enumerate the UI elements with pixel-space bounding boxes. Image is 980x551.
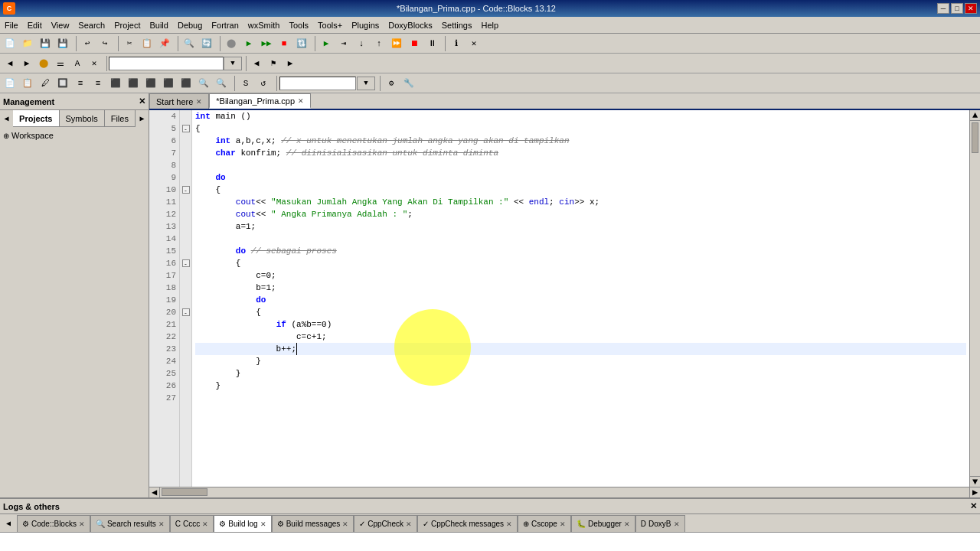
tb3-btn5[interactable]: ≡ [72,75,89,92]
logs-tab-doxyb-close[interactable]: ✕ [674,520,680,528]
logs-tab-debugger[interactable]: 🐛 Debugger ✕ [571,515,635,532]
bookmark-prev[interactable]: ◀ [248,55,265,72]
logs-tab-cppcheck-close[interactable]: ✕ [406,520,412,528]
menu-wxsmith[interactable]: wxSmith [243,17,285,33]
mgmt-next-btn[interactable]: ▶ [136,110,149,127]
build-run-btn[interactable]: ▶▶ [258,35,275,52]
menu-fortran[interactable]: Fortran [207,17,243,33]
logs-tab-cppcheckmsg[interactable]: ✓ CppCheck messages ✕ [417,515,518,532]
settings-btn[interactable]: ⚙ [383,75,400,92]
logs-tab-doxyb[interactable]: D DoxyB ✕ [635,515,685,532]
logs-tab-cppcheckmsg-close[interactable]: ✕ [506,520,512,528]
undo-button[interactable]: ↩ [79,35,96,52]
tb3-btn3[interactable]: 🖊 [37,75,54,92]
logs-tab-cppcheck[interactable]: ✓ CppCheck ✕ [354,515,417,532]
logs-tab-cccc-close[interactable]: ✕ [202,520,208,528]
fold-5[interactable]: - [180,122,191,135]
logs-tab-searchresults[interactable]: 🔍 Search results ✕ [90,515,170,532]
logs-tab-cscope[interactable]: ⊕ Cscope ✕ [518,515,571,532]
logs-tab-buildlog-close[interactable]: ✕ [260,520,266,528]
scroll-up-btn[interactable]: ▲ [970,110,980,121]
zoom-dropdown[interactable]: ▼ [357,77,375,90]
scroll-thumb-right[interactable] [972,122,978,153]
tb3-btn1[interactable]: 📄 [2,75,18,92]
tb3-btn6[interactable]: ≡ [90,75,106,92]
find-sym-btn[interactable]: A [69,55,86,72]
tb3-btn13[interactable]: 🔍 [213,75,230,92]
minimize-button[interactable]: ─ [937,3,949,14]
maximize-button[interactable]: □ [951,3,963,14]
logs-tab-cccc[interactable]: C Cccc ✕ [170,515,214,532]
stop-debug-btn[interactable]: ⏹ [406,35,423,52]
logs-nav-prev[interactable]: ◀ [0,515,17,532]
paste-button[interactable]: 📌 [156,35,173,52]
tab-start-here[interactable]: Start here ✕ [149,93,209,109]
build-btn[interactable]: ⬤ [223,35,240,52]
scroll-down-btn[interactable]: ▼ [970,476,980,487]
continue-btn[interactable]: ⏩ [388,35,405,52]
step-out-btn[interactable]: ↑ [371,35,387,52]
bookmark-next[interactable]: ▶ [282,55,299,72]
replace-button[interactable]: 🔄 [198,35,215,52]
logs-close[interactable]: ✕ [970,501,977,511]
logs-tab-buildlog[interactable]: ⚙ Build log ✕ [214,515,271,532]
tab-bilangan-close[interactable]: ✕ [298,97,304,105]
tb3-btn9[interactable]: ⬛ [142,75,159,92]
scroll-left-btn[interactable]: ◀ [149,487,160,497]
editor-scrollbar-bottom[interactable]: ◀ ▶ [149,487,980,497]
zoom-input[interactable] [279,77,356,90]
menu-plugins[interactable]: Plugins [347,17,384,33]
logs-tab-codeblocks-close[interactable]: ✕ [79,520,85,528]
tb3-btn-extra[interactable]: 🔧 [400,75,417,92]
cut-button[interactable]: ✂ [121,35,138,52]
menu-settings[interactable]: Settings [437,17,477,33]
editor-scrollbar-right[interactable]: ▲ ▼ [969,110,980,487]
code-editor[interactable]: 4 5 6 7 8 9 10 11 12 13 14 15 16 17 18 1… [149,110,969,487]
tb3-btn7[interactable]: ⬛ [107,75,124,92]
tb3-btn11[interactable]: ⬛ [178,75,194,92]
jump-btn[interactable]: ⬤ [35,55,52,72]
debug-btn[interactable]: ▶ [318,35,335,52]
tb3-btn8[interactable]: ⬛ [125,75,142,92]
logs-tab-codeblocks[interactable]: ⚙ Code::Blocks ✕ [17,515,90,532]
logs-tab-buildmsg[interactable]: ⚙ Build messages ✕ [272,515,354,532]
clear-btn[interactable]: ✕ [86,55,103,72]
break-btn[interactable]: ⏸ [423,35,440,52]
nav-fwd-btn[interactable]: ▶ [18,55,35,72]
step-over-btn[interactable]: ⇥ [335,35,352,52]
menu-build[interactable]: Build [145,17,172,33]
tb3-btn4[interactable]: 🔲 [54,75,71,92]
menu-file[interactable]: File [0,17,23,33]
bookmark-toggle[interactable]: ⚑ [265,55,282,72]
menu-view[interactable]: View [47,17,74,33]
info-btn[interactable]: ℹ [448,35,465,52]
menu-doxyblocks[interactable]: DoxyBlocks [384,17,436,33]
fold-16[interactable]: - [180,257,191,269]
fold-20[interactable]: - [180,306,191,318]
logs-tab-debugger-close[interactable]: ✕ [624,520,630,528]
tb3-btn12[interactable]: 🔍 [195,75,212,92]
abort-btn[interactable]: ✕ [466,35,482,52]
find-button[interactable]: 🔍 [181,35,198,52]
logs-tab-searchresults-close[interactable]: ✕ [158,520,165,528]
mgmt-prev-btn[interactable]: ◀ [0,110,13,127]
menu-project[interactable]: Project [109,17,145,33]
search-input[interactable] [109,57,224,70]
menu-tools[interactable]: Tools [284,17,313,33]
rebuild-btn[interactable]: 🔃 [293,35,310,52]
tb3-btn10[interactable]: ⬛ [160,75,177,92]
save-all-button[interactable]: 💾 [54,35,71,52]
redo-button[interactable]: ↪ [96,35,113,52]
step-into-btn[interactable]: ↓ [353,35,370,52]
workspace-item[interactable]: ⊕ Workspace [3,130,145,141]
mgmt-tab-symbols[interactable]: Symbols [60,110,105,126]
tb3-btn14[interactable]: S [237,75,254,92]
menu-edit[interactable]: Edit [23,17,47,33]
match-btn[interactable]: ⚌ [52,55,69,72]
scroll-right-btn[interactable]: ▶ [969,487,980,497]
stop-btn[interactable]: ■ [276,35,292,52]
open-button[interactable]: 📁 [19,35,36,52]
save-button[interactable]: 💾 [37,35,54,52]
menu-search[interactable]: Search [74,17,109,33]
nav-back-btn[interactable]: ◀ [2,55,18,72]
